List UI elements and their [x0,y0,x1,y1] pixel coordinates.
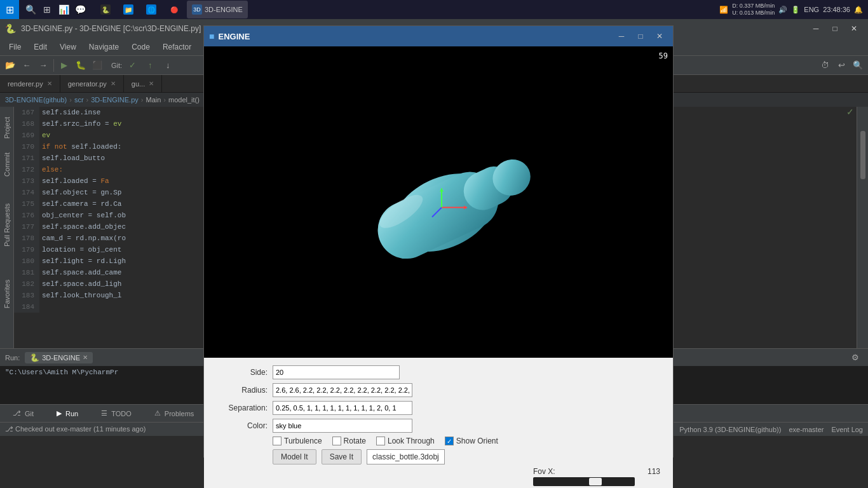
minimize-button[interactable]: ─ [807,20,825,37]
toolbar-search-btn[interactable]: 🔍 [850,58,865,73]
radius-input[interactable] [273,383,412,397]
show-orient-checkbox[interactable]: ✓ [445,437,454,445]
fov-x-track[interactable] [533,477,635,486]
menu-refactor[interactable]: Refactor [156,40,198,54]
git-icon: ⎇ [13,409,21,417]
taskbar-app-3dengine[interactable]: 3D 3D-ENGINE [187,1,248,18]
sidebar-project-label[interactable]: Project [2,112,12,144]
git-status[interactable]: ⎇ Checked out exe-master (11 minutes ago… [5,425,146,433]
toolbar-back-btn[interactable]: ← [19,58,34,73]
rotate-checkbox-item: Rotate [332,437,366,445]
look-through-checkbox[interactable] [376,437,385,445]
side-input[interactable] [273,365,400,379]
toolbar-debug-btn[interactable]: 🐛 [73,58,88,73]
sidebar-commit-label[interactable]: Commit [2,147,12,182]
widgets-icon[interactable]: 📊 [57,3,70,16]
git-pull-btn[interactable]: ↓ [160,58,175,73]
git-push-btn[interactable]: ↑ [142,58,158,73]
toolbar-history-btn[interactable]: ⏱ [817,58,832,73]
tab-git[interactable]: ⎇ Git [5,405,41,422]
engine-maximize-btn[interactable]: □ [632,29,649,43]
breadcrumb-file[interactable]: 3D-ENGINE.py [91,96,139,104]
taskbar-app-pycharm[interactable]: 🐍 [95,1,116,18]
tab-other-label: gu... [132,80,145,88]
separation-input[interactable] [273,401,412,415]
fov-controls: Fov X: 113 Fov Y: 89 [533,464,660,488]
search-icon[interactable]: 🔍 [24,3,37,16]
breadcrumb-project[interactable]: 3D-ENGINE(github) [5,96,67,104]
tab-git-label: Git [25,410,34,417]
turbulence-checkbox-item: Turbulence [273,437,322,445]
toolbar-stop-btn[interactable]: ⬛ [90,58,105,73]
git-commit-btn[interactable]: ✓ [125,58,140,73]
menu-code[interactable]: Code [125,40,156,54]
turbulence-checkbox[interactable] [273,437,281,445]
taskbar-apps: 🐍 📁 🌐 🔴 3D 3D-ENGINE [92,1,252,18]
breadcrumb-sep-4: › [163,96,166,104]
tab-other-close[interactable]: ✕ [149,80,154,87]
pycharm-logo: 🐍 [5,24,16,34]
close-button[interactable]: ✕ [845,20,863,37]
tab-generator-close[interactable]: ✕ [111,80,116,87]
run-tab-close[interactable]: ✕ [83,354,88,361]
save-it-button[interactable]: Save It [322,449,362,464]
event-log[interactable]: Event Log [831,426,863,433]
show-orient-checkmark: ✓ [447,438,452,445]
breadcrumb-scr[interactable]: scr [74,96,84,104]
menu-navigate[interactable]: Navigate [83,40,125,54]
tab-renderer[interactable]: renderer.py ✕ [0,75,60,93]
engine-minimize-btn[interactable]: ─ [613,29,630,43]
toolbar-run-btn[interactable]: ▶ [57,58,72,73]
side-label: Side: [217,368,268,377]
toolbar-project-btn[interactable]: 📂 [3,58,18,73]
fov-x-thumb[interactable] [589,478,602,485]
engine-title-icon: ■ [209,31,214,41]
tab-problems[interactable]: ⚠ Problems [147,405,201,422]
chat-icon[interactable]: 💬 [74,3,86,16]
taskbar-app-edge[interactable]: 🌐 [141,1,161,18]
toolbar-revert-btn[interactable]: ↩ [834,58,849,73]
task-view-icon[interactable]: ⊞ [41,3,53,16]
menu-file[interactable]: File [3,40,27,54]
scroll-thumb [860,131,865,179]
toolbar-forward-btn[interactable]: → [36,58,51,73]
tab-other[interactable]: gu... ✕ [124,75,162,93]
maximize-button[interactable]: □ [826,20,844,37]
tab-todo[interactable]: ☰ TODO [93,405,139,422]
engine-close-btn[interactable]: ✕ [651,29,668,43]
color-row: Color: [217,419,534,433]
python-version: Python 3.9 (3D-ENGINE(github)) [679,426,781,433]
start-button[interactable]: ⊞ [0,0,19,19]
tab-run[interactable]: ▶ Run [49,405,86,422]
sidebar-pull-label[interactable]: Pull Requests [2,198,12,252]
model-it-button[interactable]: Model It [273,449,316,464]
radius-label: Radius: [217,386,268,395]
color-input[interactable] [273,419,412,433]
taskbar-app-label: 3D-ENGINE [205,6,243,13]
rotate-checkbox[interactable] [332,437,341,445]
breadcrumb-sep-2: › [86,96,89,104]
menu-view[interactable]: View [53,40,83,54]
sidebar-favorites-label[interactable]: Favorites [2,274,12,313]
show-orient-label: Show Orient [456,437,498,445]
taskbar-app-explorer[interactable]: 📁 [118,1,139,18]
toolbar-separator-1 [53,59,54,72]
engine-viewport[interactable]: 59 [204,46,673,358]
run-tab-3dengine[interactable]: 🐍 3D-ENGINE ✕ [25,352,93,363]
breadcrumb-sep-1: › [69,96,72,104]
rotate-label: Rotate [344,437,366,445]
tab-generator[interactable]: generator.py ✕ [60,75,124,93]
engine-window-controls: ─ □ ✕ [613,29,668,43]
clock: 23:48:36 [823,6,850,13]
run-settings-btn[interactable]: ⚙ [848,350,863,365]
tab-renderer-label: renderer.py [8,80,43,88]
taskbar-app-chrome[interactable]: 🔴 [164,1,184,18]
breadcrumb-main[interactable]: Main [146,96,161,104]
menu-edit[interactable]: Edit [27,40,53,54]
scrollbar[interactable] [860,107,865,348]
exe-master: exe-master [789,426,824,433]
tab-renderer-close[interactable]: ✕ [47,80,52,87]
engine-title-text: ENGINE [218,32,250,41]
breadcrumb-method[interactable]: model_it() [168,96,200,104]
language-indicator: ENG [804,6,819,13]
